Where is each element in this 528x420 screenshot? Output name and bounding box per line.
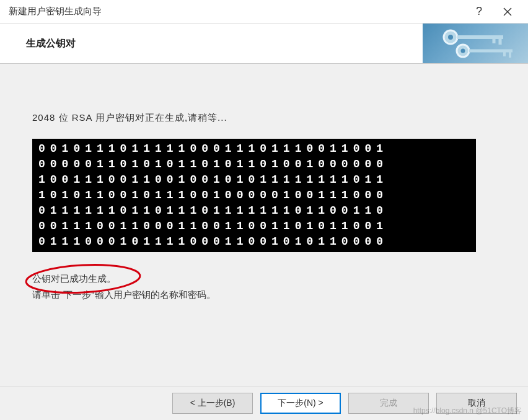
close-icon (503, 7, 512, 16)
content-area: 2048 位 RSA 用户密钥对正在生成,请稍等... 001011101111… (0, 64, 528, 386)
window-controls: ? (465, 0, 522, 24)
status-done-text: 公钥对已成功生成。 (32, 271, 496, 287)
svg-point-3 (448, 35, 453, 40)
close-button[interactable] (493, 0, 522, 24)
banner-title: 生成公钥对 (26, 37, 76, 50)
back-button[interactable]: < 上一步(B) (172, 393, 253, 414)
titlebar: 新建用户密钥生成向导 ? (0, 0, 528, 24)
banner-art (423, 24, 528, 63)
keys-icon (429, 25, 522, 62)
generating-label: 2048 位 RSA 用户密钥对正在生成,请稍等... (32, 112, 496, 124)
status-area: 公钥对已成功生成。 请单击"下一步"输入用户密钥的名称和密码。 (32, 271, 496, 303)
status-hint-text: 请单击"下一步"输入用户密钥的名称和密码。 (32, 287, 496, 303)
window-title: 新建用户密钥生成向导 (9, 6, 465, 17)
cancel-button[interactable]: 取消 (436, 393, 517, 414)
finish-button: 完成 (348, 393, 429, 414)
help-button[interactable]: ? (465, 0, 493, 24)
bits-display: 001011101111100011101110011001 000001101… (32, 139, 476, 252)
next-button[interactable]: 下一步(N) > (260, 393, 341, 414)
banner: 生成公钥对 (0, 24, 528, 64)
svg-point-8 (461, 49, 465, 53)
footer: < 上一步(B) 下一步(N) > 完成 取消 (0, 386, 528, 420)
